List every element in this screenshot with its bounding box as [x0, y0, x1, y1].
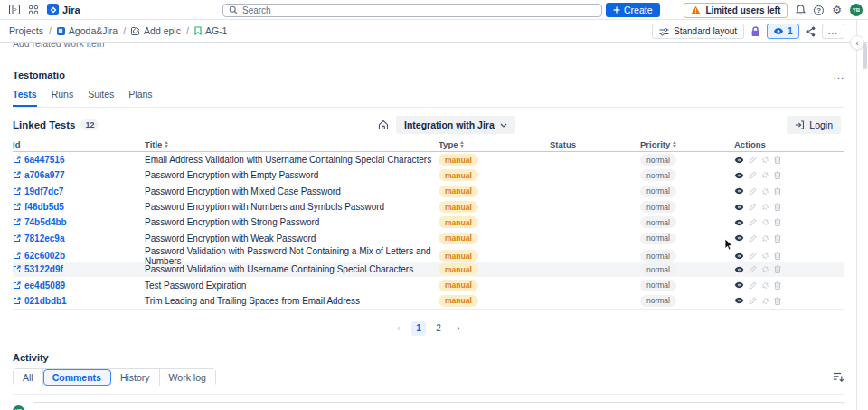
restrictions-button[interactable]	[750, 26, 760, 37]
global-search-input[interactable]: Search	[222, 4, 602, 17]
tab-tests[interactable]: Tests	[13, 89, 37, 107]
view-test-button[interactable]	[734, 253, 744, 260]
col-header-type[interactable]: Type	[439, 139, 550, 149]
test-id-link[interactable]: 6a447516	[13, 155, 145, 165]
page-2-button[interactable]: 2	[431, 321, 446, 336]
col-header-id[interactable]: Id	[13, 139, 145, 149]
edit-test-button[interactable]	[749, 297, 757, 305]
delete-test-button[interactable]	[774, 187, 781, 195]
view-test-button[interactable]	[734, 281, 744, 289]
view-test-button[interactable]	[734, 266, 744, 273]
unlink-test-button[interactable]	[761, 281, 769, 290]
sidebar-toggle-button[interactable]	[9, 5, 20, 14]
tab-suites[interactable]: Suites	[88, 89, 114, 107]
delete-test-button[interactable]	[774, 265, 781, 273]
collapse-panel-button[interactable]: ‹	[850, 35, 864, 50]
integration-dropdown[interactable]: Integration with Jira	[396, 116, 515, 134]
breadcrumb-project[interactable]: Agoda&Jira	[57, 25, 118, 36]
previous-page-button[interactable]: ‹	[392, 321, 406, 336]
vertical-scrollbar[interactable]	[863, 43, 867, 69]
delete-test-button[interactable]	[774, 156, 781, 164]
activity-tab-history[interactable]: History	[111, 369, 160, 386]
page-1-button[interactable]: 1	[411, 321, 426, 336]
edit-test-button[interactable]	[749, 265, 757, 273]
col-header-status[interactable]: Status	[550, 139, 640, 149]
edit-test-button[interactable]	[749, 156, 757, 164]
unlink-icon	[761, 156, 769, 164]
view-test-button[interactable]	[734, 204, 744, 211]
row-actions	[734, 156, 844, 164]
delete-test-button[interactable]	[774, 252, 781, 260]
test-id-link[interactable]: a706a977	[13, 170, 145, 180]
view-test-button[interactable]	[734, 297, 744, 304]
help-button[interactable]: ?	[814, 5, 824, 15]
edit-test-button[interactable]	[749, 218, 757, 226]
limited-users-button[interactable]: Limited users left	[684, 3, 788, 18]
test-title: Password Encryption with Weak Password	[145, 234, 439, 243]
view-test-button[interactable]	[734, 157, 744, 164]
create-button[interactable]: Create	[606, 3, 660, 17]
delete-test-button[interactable]	[774, 171, 781, 179]
unlink-test-button[interactable]	[761, 252, 769, 260]
edit-test-button[interactable]	[749, 234, 757, 243]
col-header-title[interactable]: Title	[145, 139, 439, 149]
jira-home-link[interactable]: Jira	[47, 4, 80, 15]
edit-test-button[interactable]	[749, 281, 757, 290]
issue-more-actions-button[interactable]: ...	[822, 24, 844, 39]
delete-test-button[interactable]	[774, 297, 781, 305]
watchers-button[interactable]: 1	[767, 24, 799, 39]
test-id-link[interactable]: ee4d5089	[13, 281, 145, 291]
delete-test-button[interactable]	[774, 203, 781, 211]
unlink-test-button[interactable]	[761, 297, 769, 305]
edit-test-button[interactable]	[749, 252, 757, 260]
test-id-link[interactable]: 74b5d4bb	[13, 217, 145, 227]
breadcrumb-issue[interactable]: AG-1	[194, 25, 228, 36]
unlink-test-button[interactable]	[761, 203, 769, 211]
activity-tab-comments[interactable]: Comments	[43, 369, 111, 386]
standard-layout-button[interactable]: Standard layout	[652, 24, 744, 39]
test-id-link[interactable]: f46db5d5	[13, 202, 145, 212]
unlink-test-button[interactable]	[761, 234, 769, 243]
testomatio-more-button[interactable]: ...	[834, 70, 844, 81]
app-switcher-button[interactable]	[29, 5, 38, 14]
edit-test-button[interactable]	[749, 171, 757, 179]
next-page-button[interactable]: ›	[451, 321, 466, 336]
unlink-test-button[interactable]	[761, 218, 769, 226]
priority-badge: normal	[640, 280, 676, 291]
delete-test-button[interactable]	[774, 281, 781, 290]
test-id-link[interactable]: 7812ec9a	[13, 234, 145, 243]
share-button[interactable]	[806, 26, 816, 37]
test-id-link[interactable]: 19df7dc7	[13, 186, 145, 196]
breadcrumb-add-epic[interactable]: Add epic	[131, 25, 181, 36]
activity-tab-worklog[interactable]: Work log	[160, 369, 215, 386]
profile-button[interactable]: YB	[850, 4, 863, 16]
comment-editor[interactable]: Add a comment... Looks good! Need help?	[33, 402, 844, 410]
unlink-test-button[interactable]	[761, 156, 769, 164]
view-test-button[interactable]	[734, 187, 744, 195]
priority-badge: normal	[640, 233, 676, 244]
unlink-test-button[interactable]	[761, 171, 769, 179]
settings-button[interactable]: ⚙	[832, 5, 842, 15]
test-id-link[interactable]: 62c6002b	[13, 251, 145, 261]
sort-newest-first-button[interactable]	[833, 372, 844, 382]
delete-test-button[interactable]	[774, 234, 781, 243]
test-id-link[interactable]: 53122d9f	[13, 264, 145, 274]
unlink-test-button[interactable]	[761, 187, 769, 195]
view-test-button[interactable]	[734, 219, 744, 226]
view-test-button[interactable]	[734, 172, 744, 179]
test-id-link[interactable]: 021dbdb1	[13, 296, 145, 306]
activity-tab-all[interactable]: All	[14, 369, 43, 386]
testomatio-home-button[interactable]	[378, 119, 389, 130]
edit-test-button[interactable]	[749, 203, 757, 211]
plus-icon	[613, 6, 620, 14]
login-button[interactable]: Login	[787, 116, 841, 134]
edit-test-button[interactable]	[749, 187, 757, 195]
unlink-test-button[interactable]	[761, 265, 769, 273]
notifications-button[interactable]	[796, 5, 806, 15]
col-header-priority[interactable]: Priority	[640, 139, 734, 149]
breadcrumb-projects[interactable]: Projects	[9, 25, 43, 36]
delete-test-button[interactable]	[774, 218, 781, 226]
tab-runs[interactable]: Runs	[52, 89, 74, 107]
view-test-button[interactable]	[734, 234, 744, 242]
tab-plans[interactable]: Plans	[128, 89, 152, 107]
